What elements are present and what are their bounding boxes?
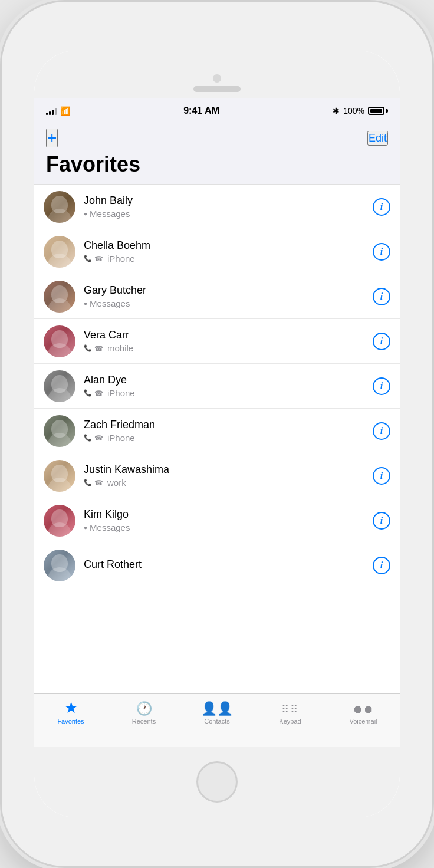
contact-info-alan-dye: Alan Dye☎iPhone xyxy=(84,374,373,398)
battery-fill xyxy=(370,109,382,113)
contact-row-john-baily[interactable]: John Baily Messagesi xyxy=(34,185,400,229)
info-button-zach-friedman[interactable]: i xyxy=(373,422,390,440)
contact-row-justin-kawashima[interactable]: Justin Kawashima☎worki xyxy=(34,453,400,498)
info-button-alan-dye[interactable]: i xyxy=(373,377,390,395)
info-button-curt-rothert[interactable]: i xyxy=(373,557,390,574)
contact-info-gary-butcher: Gary Butcher Messages xyxy=(84,284,373,308)
contacts-icon: 👤👤 xyxy=(201,700,233,715)
contact-name-chella-boehm: Chella Boehm xyxy=(84,239,373,252)
voicemail-label: Voicemail xyxy=(349,718,377,725)
wifi-icon: 📶 xyxy=(60,106,70,116)
contact-info-zach-friedman: Zach Friedman☎iPhone xyxy=(84,419,373,443)
info-button-justin-kawashima[interactable]: i xyxy=(373,467,390,485)
phone-top-hardware xyxy=(34,51,400,98)
info-button-john-baily[interactable]: i xyxy=(373,198,390,216)
battery-tip xyxy=(386,109,388,113)
home-button[interactable] xyxy=(196,761,238,803)
phone-frame: 📶 9:41 AM ✱ 100% + Edit xyxy=(0,0,434,868)
contact-info-john-baily: John Baily Messages xyxy=(84,195,373,219)
contact-info-vera-carr: Vera Carr☎mobile xyxy=(84,329,373,353)
phone-bottom-hardware xyxy=(34,747,400,817)
contact-type-vera-carr: ☎mobile xyxy=(84,343,373,353)
contact-name-alan-dye: Alan Dye xyxy=(84,374,373,386)
contact-type-alan-dye: ☎iPhone xyxy=(84,388,373,398)
tab-contacts[interactable]: 👤👤Contacts xyxy=(180,700,254,725)
battery-percent: 100% xyxy=(343,106,364,116)
speaker xyxy=(193,86,241,92)
contact-info-justin-kawashima: Justin Kawashima☎work xyxy=(84,463,373,488)
keypad-icon: ⠿⠿ xyxy=(281,700,299,715)
tab-bar: ★Favorites🕐Recents👤👤Contacts⠿⠿Keypad⏺⏺Vo… xyxy=(34,693,400,747)
contact-name-curt-rothert: Curt Rothert xyxy=(84,558,373,571)
avatar-kim-kilgo xyxy=(44,505,75,537)
keypad-label: Keypad xyxy=(279,718,301,725)
status-time: 9:41 AM xyxy=(183,106,219,116)
favorites-list: John Baily MessagesiChella Boehm☎iPhonei… xyxy=(34,184,400,693)
front-camera xyxy=(213,74,221,83)
avatar-curt-rothert xyxy=(44,550,75,581)
contact-info-kim-kilgo: Kim Kilgo Messages xyxy=(84,508,373,532)
contact-row-chella-boehm[interactable]: Chella Boehm☎iPhonei xyxy=(34,229,400,274)
contact-row-alan-dye[interactable]: Alan Dye☎iPhonei xyxy=(34,364,400,409)
screen-content: 📶 9:41 AM ✱ 100% + Edit xyxy=(34,98,400,747)
contact-name-zach-friedman: Zach Friedman xyxy=(84,419,373,431)
contact-row-vera-carr[interactable]: Vera Carr☎mobilei xyxy=(34,319,400,364)
recents-label: Recents xyxy=(132,718,156,725)
voicemail-icon: ⏺⏺ xyxy=(353,700,374,715)
avatar-john-baily xyxy=(44,191,75,223)
avatar-zach-friedman xyxy=(44,415,75,447)
contact-name-kim-kilgo: Kim Kilgo xyxy=(84,508,373,521)
favorites-icon: ★ xyxy=(64,700,78,715)
info-button-gary-butcher[interactable]: i xyxy=(373,288,390,305)
tab-recents[interactable]: 🕐Recents xyxy=(107,700,180,725)
contact-info-chella-boehm: Chella Boehm☎iPhone xyxy=(84,239,373,264)
contact-name-vera-carr: Vera Carr xyxy=(84,329,373,341)
contact-type-gary-butcher: Messages xyxy=(84,298,373,308)
contact-row-curt-rothert[interactable]: Curt Rotherti xyxy=(34,543,400,588)
battery-body xyxy=(368,107,384,115)
tab-favorites[interactable]: ★Favorites xyxy=(34,700,107,725)
tab-keypad[interactable]: ⠿⠿Keypad xyxy=(254,700,327,725)
phone-screen: 📶 9:41 AM ✱ 100% + Edit xyxy=(34,51,400,817)
contact-name-john-baily: John Baily xyxy=(84,195,373,207)
contact-name-justin-kawashima: Justin Kawashima xyxy=(84,463,373,476)
bluetooth-icon: ✱ xyxy=(333,106,340,116)
contact-type-kim-kilgo: Messages xyxy=(84,522,373,532)
info-button-chella-boehm[interactable]: i xyxy=(373,243,390,261)
contact-type-john-baily: Messages xyxy=(84,209,373,219)
info-button-kim-kilgo[interactable]: i xyxy=(373,512,390,530)
contact-name-gary-butcher: Gary Butcher xyxy=(84,284,373,297)
contact-row-zach-friedman[interactable]: Zach Friedman☎iPhonei xyxy=(34,409,400,453)
contact-type-zach-friedman: ☎iPhone xyxy=(84,433,373,443)
nav-bar: + Edit xyxy=(34,124,400,150)
status-left: 📶 xyxy=(46,106,70,116)
recents-icon: 🕐 xyxy=(136,700,152,715)
avatar-alan-dye xyxy=(44,370,75,402)
add-favorite-button[interactable]: + xyxy=(46,129,58,147)
favorites-label: Favorites xyxy=(57,718,84,725)
contacts-label: Contacts xyxy=(204,718,229,725)
signal-strength xyxy=(46,107,57,115)
contact-info-curt-rothert: Curt Rothert xyxy=(84,558,373,573)
avatar-chella-boehm xyxy=(44,236,75,268)
contact-row-gary-butcher[interactable]: Gary Butcher Messagesi xyxy=(34,274,400,319)
battery-icon xyxy=(368,107,388,115)
page-title: Favorites xyxy=(46,152,388,177)
contact-row-kim-kilgo[interactable]: Kim Kilgo Messagesi xyxy=(34,498,400,543)
status-bar: 📶 9:41 AM ✱ 100% xyxy=(34,98,400,124)
info-button-vera-carr[interactable]: i xyxy=(373,333,390,350)
avatar-gary-butcher xyxy=(44,281,75,313)
edit-button[interactable]: Edit xyxy=(367,131,388,146)
contact-type-justin-kawashima: ☎work xyxy=(84,478,373,488)
status-right: ✱ 100% xyxy=(333,106,388,116)
avatar-vera-carr xyxy=(44,326,75,357)
page-title-area: Favorites xyxy=(34,150,400,184)
avatar-justin-kawashima xyxy=(44,460,75,492)
contact-type-chella-boehm: ☎iPhone xyxy=(84,254,373,264)
tab-voicemail[interactable]: ⏺⏺Voicemail xyxy=(327,700,400,725)
